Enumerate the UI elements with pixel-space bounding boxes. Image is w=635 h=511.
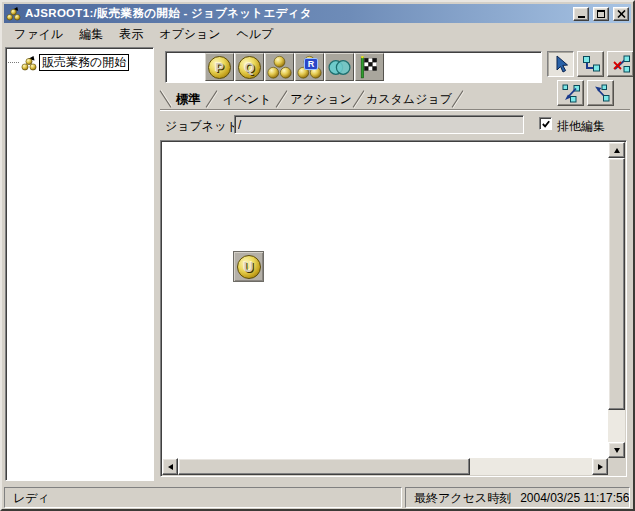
remote-jobnet-palette-button[interactable]: R: [295, 53, 324, 81]
menu-file[interactable]: ファイル: [6, 24, 71, 45]
delete-relation-tool-button[interactable]: [607, 51, 634, 77]
exclusive-edit-label[interactable]: 排他編集: [557, 118, 605, 135]
unix-job-node[interactable]: U: [233, 251, 264, 282]
scroll-right-button[interactable]: [592, 458, 608, 475]
queue-job-sphere-icon: Q: [238, 56, 261, 79]
flag-palette-button[interactable]: [355, 53, 384, 81]
up-arrow-icon: [614, 148, 620, 153]
jobnet-tree-panel[interactable]: 販売業務の開始: [5, 47, 154, 481]
scroll-down-button[interactable]: [608, 442, 625, 458]
app-jobnet-icon: [6, 6, 21, 21]
jobnet-field-label: ジョブネット:: [165, 118, 242, 135]
tab-custom-job[interactable]: カスタムジョブ: [364, 88, 454, 110]
tree-root-label[interactable]: 販売業務の開始: [39, 54, 129, 71]
jobnet-path-input[interactable]: [234, 115, 524, 134]
tab-standard[interactable]: 標準: [168, 88, 208, 110]
pointer-arrow-icon: [551, 54, 571, 74]
scroll-left-button[interactable]: [162, 458, 178, 475]
left-arrow-icon: [168, 464, 173, 470]
job-category-tabs: 標準 イベント アクション カスタムジョブ: [160, 88, 630, 110]
jobnet-icon: [21, 55, 37, 71]
jobnet-balls-icon: [267, 55, 292, 80]
unix-job-sphere-icon: U: [237, 255, 261, 279]
icon-palette: P Q R: [165, 51, 542, 83]
tree-row-root[interactable]: 販売業務の開始: [8, 54, 153, 71]
pc-job-sphere-icon: P: [208, 56, 231, 79]
close-icon: [617, 10, 626, 18]
horizontal-scroll-thumb[interactable]: [178, 458, 470, 475]
maximize-button[interactable]: [593, 7, 609, 21]
scrollbar-corner: [608, 458, 625, 475]
or-job-icon: [327, 55, 352, 80]
horizontal-scrollbar[interactable]: [162, 458, 608, 475]
menu-help[interactable]: ヘルプ: [229, 24, 282, 45]
editor-panel: P Q R: [158, 47, 634, 481]
menu-view[interactable]: 表示: [111, 24, 151, 45]
tree-branch-line: [8, 62, 19, 63]
minimize-icon: [578, 16, 585, 18]
minimize-button[interactable]: [573, 7, 589, 21]
select-tool-button[interactable]: [547, 51, 574, 77]
last-access-value: 2004/03/25 11:17:56: [520, 489, 629, 507]
or-job-palette-button[interactable]: [325, 53, 354, 81]
jobnet-editor-window: AJSROOT1:/販売業務の開始 - ジョブネットエディタ ファイル 編集 表…: [0, 0, 635, 511]
delete-relation-icon: [611, 54, 631, 74]
right-arrow-icon: [598, 464, 603, 470]
add-relation-icon: [581, 54, 601, 74]
jobnet-palette-button[interactable]: [265, 53, 294, 81]
tab-event[interactable]: イベント: [216, 88, 278, 110]
down-arrow-icon: [614, 448, 620, 453]
window-title: AJSROOT1:/販売業務の開始 - ジョブネットエディタ: [25, 6, 569, 21]
close-button[interactable]: [613, 7, 629, 21]
menu-options[interactable]: オプション: [151, 24, 228, 45]
pc-job-palette-button[interactable]: P: [205, 53, 234, 81]
menu-edit[interactable]: 編集: [71, 24, 111, 45]
status-message: レディ: [4, 487, 402, 508]
maximize-icon: [597, 10, 605, 18]
vertical-scroll-thumb[interactable]: [608, 158, 625, 410]
jobnet-canvas-area: U: [160, 140, 627, 477]
menu-bar: ファイル 編集 表示 オプション ヘルプ: [4, 24, 631, 44]
vertical-scrollbar[interactable]: [608, 142, 625, 458]
last-access-label: 最終アクセス時刻: [414, 489, 511, 507]
checkered-flag-icon: [357, 55, 382, 80]
scroll-up-button[interactable]: [608, 142, 625, 158]
tab-action[interactable]: アクション: [287, 88, 355, 110]
checkmark-icon: [541, 119, 551, 129]
title-bar[interactable]: AJSROOT1:/販売業務の開始 - ジョブネットエディタ: [4, 4, 631, 23]
last-access-status: 最終アクセス時刻 2004/03/25 11:17:56: [405, 487, 630, 508]
add-relation-tool-button[interactable]: [577, 51, 604, 77]
exclusive-edit-checkbox[interactable]: [539, 117, 552, 130]
remote-r-badge-icon: R: [304, 58, 318, 70]
jobnet-canvas[interactable]: U: [162, 142, 608, 458]
queue-job-palette-button[interactable]: Q: [235, 53, 264, 81]
